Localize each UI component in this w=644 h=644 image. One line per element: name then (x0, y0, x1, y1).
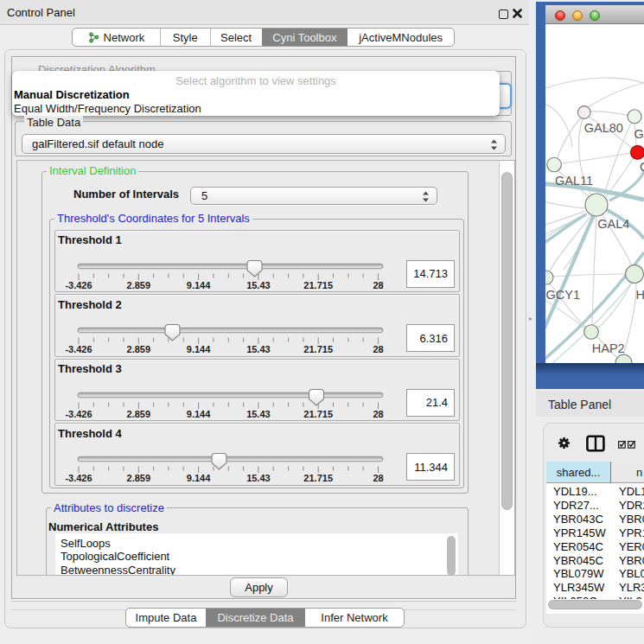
svg-text:15.43: 15.43 (246, 344, 271, 354)
svg-text:GAL: GAL (634, 127, 644, 141)
svg-text:GAL80: GAL80 (584, 121, 623, 135)
svg-text:9.144: 9.144 (187, 279, 211, 290)
svg-text:9.144: 9.144 (187, 408, 211, 418)
svg-text:-3.426: -3.426 (65, 473, 92, 483)
svg-text:15.43: 15.43 (246, 473, 271, 483)
svg-text:9.144: 9.144 (187, 344, 211, 354)
svg-text:-3.426: -3.426 (65, 344, 92, 354)
svg-text:GCY1: GCY1 (546, 288, 581, 302)
svg-text:HAP2: HAP2 (592, 341, 625, 355)
svg-text:GAL4: GAL4 (597, 217, 629, 231)
svg-text:28: 28 (373, 473, 383, 483)
svg-text:2.859: 2.859 (127, 408, 151, 418)
svg-text:28: 28 (373, 344, 383, 354)
svg-text:-3.426: -3.426 (65, 408, 92, 418)
svg-text:15.43: 15.43 (246, 408, 271, 418)
svg-text:28: 28 (373, 279, 383, 290)
svg-text:15.43: 15.43 (246, 279, 271, 290)
svg-text:21.715: 21.715 (303, 473, 333, 483)
svg-text:GAL11: GAL11 (555, 174, 593, 188)
svg-text:21.715: 21.715 (303, 279, 333, 290)
svg-text:-3.426: -3.426 (65, 279, 92, 290)
svg-text:28: 28 (373, 408, 383, 418)
svg-text:2.859: 2.859 (127, 344, 151, 354)
svg-text:2.859: 2.859 (127, 279, 151, 290)
svg-text:21.715: 21.715 (303, 408, 333, 418)
svg-text:C: C (640, 160, 644, 174)
svg-text:9.144: 9.144 (187, 473, 211, 483)
svg-text:21.715: 21.715 (303, 344, 333, 354)
svg-text:2.859: 2.859 (127, 473, 151, 483)
svg-text:HIS: HIS (636, 288, 644, 302)
